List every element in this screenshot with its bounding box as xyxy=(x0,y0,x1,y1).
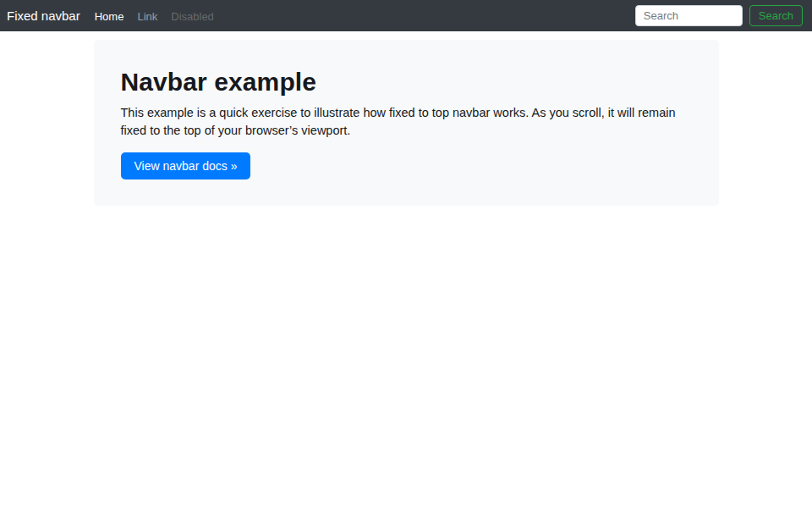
navbar: Fixed navbar Home Link Disabled Search xyxy=(0,0,812,31)
nav-item-disabled: Disabled xyxy=(164,5,221,28)
intro-paragraph: This example is a quick exercise to illu… xyxy=(121,104,692,140)
navbar-brand[interactable]: Fixed navbar xyxy=(7,8,80,23)
navbar-nav: Home Link Disabled xyxy=(88,8,635,24)
search-button[interactable]: Search xyxy=(749,5,803,26)
view-navbar-docs-button[interactable]: View navbar docs » xyxy=(121,152,251,179)
search-input[interactable] xyxy=(635,5,743,26)
jumbotron: Navbar example This example is a quick e… xyxy=(94,40,719,206)
search-form: Search xyxy=(635,5,803,26)
nav-item-home[interactable]: Home xyxy=(88,5,131,28)
page-title: Navbar example xyxy=(121,68,692,97)
nav-item-link[interactable]: Link xyxy=(130,5,164,28)
